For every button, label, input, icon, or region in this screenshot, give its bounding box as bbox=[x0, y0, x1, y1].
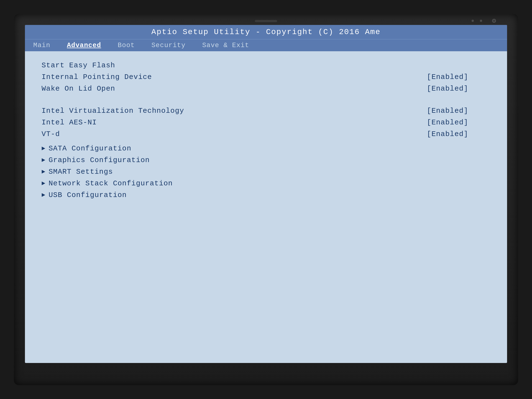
tab-save-exit[interactable]: Save & Exit bbox=[200, 40, 252, 50]
menu-bar: Main Advanced Boot Security Save & Exit bbox=[25, 39, 507, 51]
label-network: Network Stack Configuration bbox=[48, 179, 173, 188]
arrow-icon-smart: ► bbox=[42, 168, 45, 175]
value-vtd: [Enabled] bbox=[427, 130, 468, 138]
label-sata: SATA Configuration bbox=[48, 144, 131, 153]
label-start-easy-flash: Start Easy Flash bbox=[42, 61, 115, 70]
label-smart: SMART Settings bbox=[48, 168, 113, 176]
arrow-icon-graphics: ► bbox=[42, 157, 45, 164]
indicator-dot-2 bbox=[480, 20, 482, 22]
tab-boot[interactable]: Boot bbox=[115, 40, 138, 50]
screen: Aptio Setup Utility - Copyright (C) 2016… bbox=[25, 25, 507, 363]
value-vt: [Enabled] bbox=[427, 107, 468, 115]
webcam bbox=[492, 19, 496, 23]
arrow-icon-sata: ► bbox=[42, 145, 45, 152]
label-usb: USB Configuration bbox=[48, 191, 127, 199]
tab-main[interactable]: Main bbox=[30, 40, 53, 50]
entry-internal-pointing[interactable]: Internal Pointing Device [Enabled] bbox=[42, 71, 490, 83]
label-aes-ni: Intel AES-NI bbox=[42, 118, 97, 127]
value-wake-on-lid: [Enabled] bbox=[427, 85, 468, 93]
section-basic: Start Easy Flash Internal Pointing Devic… bbox=[42, 60, 490, 94]
value-aes-ni: [Enabled] bbox=[427, 118, 468, 127]
tab-advanced[interactable]: Advanced bbox=[64, 40, 104, 50]
section-submenus: ► SATA Configuration ► Graphics Configur… bbox=[42, 143, 490, 201]
content-area: Start Easy Flash Internal Pointing Devic… bbox=[25, 51, 507, 363]
submenu-network[interactable]: ► Network Stack Configuration bbox=[42, 178, 490, 189]
label-graphics: Graphics Configuration bbox=[48, 156, 150, 164]
tab-security[interactable]: Security bbox=[149, 40, 188, 50]
entry-vtd[interactable]: VT-d [Enabled] bbox=[42, 128, 490, 140]
submenu-usb[interactable]: ► USB Configuration bbox=[42, 189, 490, 201]
section-virtualization: Intel Virtualization Technology [Enabled… bbox=[42, 105, 490, 140]
title-bar: Aptio Setup Utility - Copyright (C) 2016… bbox=[25, 25, 507, 39]
entry-start-easy-flash[interactable]: Start Easy Flash bbox=[42, 60, 490, 71]
label-vtd: VT-d bbox=[42, 130, 60, 138]
submenu-graphics[interactable]: ► Graphics Configuration bbox=[42, 154, 490, 166]
spacer-1 bbox=[42, 97, 490, 105]
entry-aes-ni[interactable]: Intel AES-NI [Enabled] bbox=[42, 117, 490, 128]
indicator-dot-1 bbox=[472, 20, 474, 22]
label-vt: Intel Virtualization Technology bbox=[42, 107, 184, 115]
value-internal-pointing: [Enabled] bbox=[427, 73, 468, 81]
laptop-bezel: Aptio Setup Utility - Copyright (C) 2016… bbox=[14, 14, 518, 385]
title-text: Aptio Setup Utility - Copyright (C) 2016… bbox=[151, 28, 380, 36]
arrow-icon-network: ► bbox=[42, 180, 45, 187]
camera-slot bbox=[255, 20, 277, 22]
arrow-icon-usb: ► bbox=[42, 192, 45, 199]
entry-wake-on-lid[interactable]: Wake On Lid Open [Enabled] bbox=[42, 83, 490, 94]
submenu-smart[interactable]: ► SMART Settings bbox=[42, 166, 490, 178]
label-wake-on-lid: Wake On Lid Open bbox=[42, 85, 115, 93]
entry-vt[interactable]: Intel Virtualization Technology [Enabled… bbox=[42, 105, 490, 117]
submenu-sata[interactable]: ► SATA Configuration bbox=[42, 143, 490, 154]
label-internal-pointing: Internal Pointing Device bbox=[42, 73, 152, 81]
